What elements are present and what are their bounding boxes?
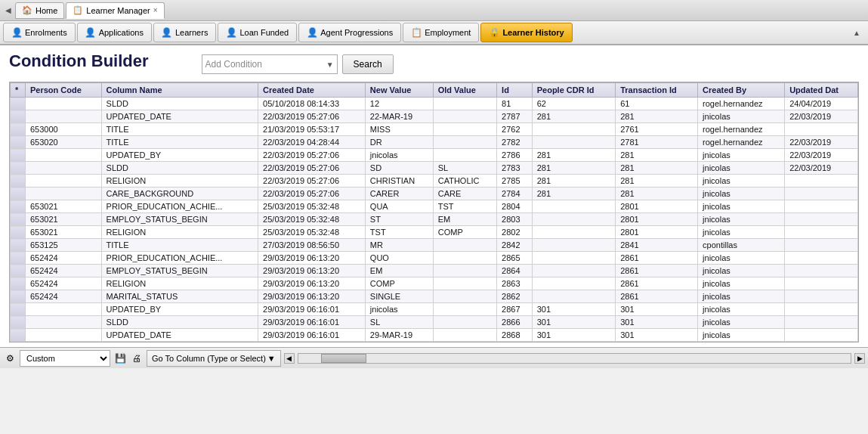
cell-new-value: 22-MAR-19 [365,110,433,123]
cell-created-by: jnicolas [698,162,785,175]
table-row[interactable]: 652424EMPLOY_STATUS_BEGIN29/03/2019 06:1… [11,265,858,277]
nav-arrow-back[interactable]: ◀ [3,5,14,16]
learners-icon: 👤 [162,27,172,38]
cell-updated-date: 22/03/2019 [785,136,858,149]
table-container[interactable]: * Person Code Column Name Created Date N… [10,82,858,342]
cell-new-value: 12 [365,98,433,110]
table-row[interactable]: 652424MARITAL_STATUS29/03/2019 06:13:20S… [11,290,858,303]
cell-people-cdr-id [532,213,615,226]
nav-expand-button[interactable]: ▲ [848,27,865,39]
table-row[interactable]: 653021RELIGION25/03/2019 05:32:48TSTCOMP… [11,226,858,239]
cell-old-value [433,290,496,303]
nav-btn-agent-progressions[interactable]: 👤 Agent Progressions [298,23,401,42]
cell-star [11,329,26,342]
data-table-wrap: * Person Code Column Name Created Date N… [9,82,859,343]
cell-transaction-id: 2781 [616,136,698,149]
learner-manager-icon: 📋 [73,5,83,15]
nav-btn-employment[interactable]: 📋 Employment [403,23,479,42]
cell-new-value: QUO [365,252,433,265]
cell-old-value [433,303,496,316]
learner-manager-tab[interactable]: 📋 Learner Manager × [66,2,164,19]
col-transaction-id: Transaction Id [616,83,698,98]
table-row[interactable]: UPDATED_DATE29/03/2019 06:16:0129-MAR-19… [11,329,858,342]
hscroll-thumb[interactable] [321,354,366,363]
cell-new-value: CARER [365,188,433,200]
home-tab[interactable]: 🏠 Home [15,2,64,19]
cell-people-cdr-id: 281 [532,110,615,123]
hscroll-right-button[interactable]: ▶ [854,353,865,364]
cell-star [11,162,26,175]
cell-created-by: jnicolas [698,213,785,226]
table-row[interactable]: CARE_BACKGROUND22/03/2019 05:27:06CARERC… [11,188,858,200]
cell-updated-date [785,329,858,342]
cell-updated-date: 22/03/2019 [785,149,858,162]
cell-created-date: 25/03/2019 05:32:48 [258,200,366,213]
cell-id: 2862 [497,290,533,303]
close-tab-button[interactable]: × [153,6,158,14]
cell-star [11,277,26,290]
hscroll-left-button[interactable]: ◀ [284,353,295,364]
bottom-settings-icon[interactable]: ⚙ [3,352,17,365]
cell-star [11,290,26,303]
table-row[interactable]: 653020TITLE22/03/2019 04:28:44DR27822781… [11,136,858,149]
table-row[interactable]: 652424RELIGION29/03/2019 06:13:20COMP286… [11,277,858,290]
nav-btn-learners[interactable]: 👤 Learners [153,23,216,42]
save-icon[interactable]: 💾 [113,352,127,365]
print-icon[interactable]: 🖨 [130,352,144,365]
cell-star [11,252,26,265]
cell-column-name: CARE_BACKGROUND [101,188,258,200]
cell-created-by: jnicolas [698,277,785,290]
cell-created-by: jnicolas [698,329,785,342]
table-row[interactable]: SLDD22/03/2019 05:27:06SDSL2783281281jni… [11,162,858,175]
nav-btn-learner-history[interactable]: 🔒 Learner History [480,23,572,42]
cell-people-cdr-id: 281 [532,188,615,200]
cell-transaction-id: 301 [616,329,698,342]
table-row[interactable]: 653125TITLE27/03/2019 08:56:50MR28422841… [11,239,858,252]
nav-bar: 👤 Enrolments 👤 Applications 👤 Learners 👤… [0,21,868,45]
cell-column-name: PRIOR_EDUCATION_ACHIE... [101,252,258,265]
cell-old-value [433,123,496,136]
cell-column-name: TITLE [101,239,258,252]
cell-people-cdr-id [532,226,615,239]
cell-transaction-id: 2801 [616,213,698,226]
table-row[interactable]: 653000TITLE21/03/2019 05:53:17MISS276227… [11,123,858,136]
table-row[interactable]: UPDATED_DATE22/03/2019 05:27:0622-MAR-19… [11,110,858,123]
horizontal-scrollbar[interactable] [298,353,851,364]
custom-select[interactable]: Custom [20,350,110,367]
cell-star [11,188,26,200]
cell-old-value [433,316,496,329]
cell-person-code [26,110,102,123]
cell-transaction-id: 281 [616,162,698,175]
cell-column-name: UPDATED_DATE [101,329,258,342]
table-row[interactable]: SLDD29/03/2019 06:16:01SL2866301301jnico… [11,316,858,329]
cell-id: 2868 [497,329,533,342]
nav-btn-applications[interactable]: 👤 Applications [77,23,152,42]
cell-people-cdr-id [532,265,615,277]
col-new-value: New Value [365,83,433,98]
cell-new-value: 29-MAR-19 [365,329,433,342]
cell-created-date: 22/03/2019 05:27:06 [258,149,366,162]
table-row[interactable]: 653021PRIOR_EDUCATION_ACHIE...25/03/2019… [11,200,858,213]
dropdown-arrow-icon: ▼ [326,60,334,69]
cell-id: 81 [497,98,533,110]
cell-column-name: PRIOR_EDUCATION_ACHIE... [101,200,258,213]
add-condition-dropdown[interactable]: Add Condition ▼ [202,54,338,74]
table-row[interactable]: UPDATED_BY29/03/2019 06:16:01jnicolas286… [11,303,858,316]
table-row[interactable]: UPDATED_BY22/03/2019 05:27:06jnicolas278… [11,149,858,162]
nav-btn-loan-funded[interactable]: 👤 Loan Funded [218,23,297,42]
cell-created-by: rogel.hernandez [698,136,785,149]
search-button[interactable]: Search [342,54,394,74]
go-to-column-btn[interactable]: Go To Column (Type or Select) ▼ [147,350,281,367]
cell-column-name: EMPLOY_STATUS_BEGIN [101,265,258,277]
agent-progressions-label: Agent Progressions [320,28,393,37]
table-row[interactable]: 653021EMPLOY_STATUS_BEGIN25/03/2019 05:3… [11,213,858,226]
nav-btn-enrolments[interactable]: 👤 Enrolments [3,23,76,42]
cell-transaction-id: 2861 [616,265,698,277]
col-column-name: Column Name [101,83,258,98]
cell-star [11,110,26,123]
table-row[interactable]: SLDD05/10/2018 08:14:3312816261rogel.her… [11,98,858,110]
table-row[interactable]: RELIGION22/03/2019 05:27:06CHRISTIANCATH… [11,175,858,188]
table-row[interactable]: 652424PRIOR_EDUCATION_ACHIE...29/03/2019… [11,252,858,265]
cell-created-date: 22/03/2019 05:27:06 [258,188,366,200]
cell-updated-date [785,303,858,316]
